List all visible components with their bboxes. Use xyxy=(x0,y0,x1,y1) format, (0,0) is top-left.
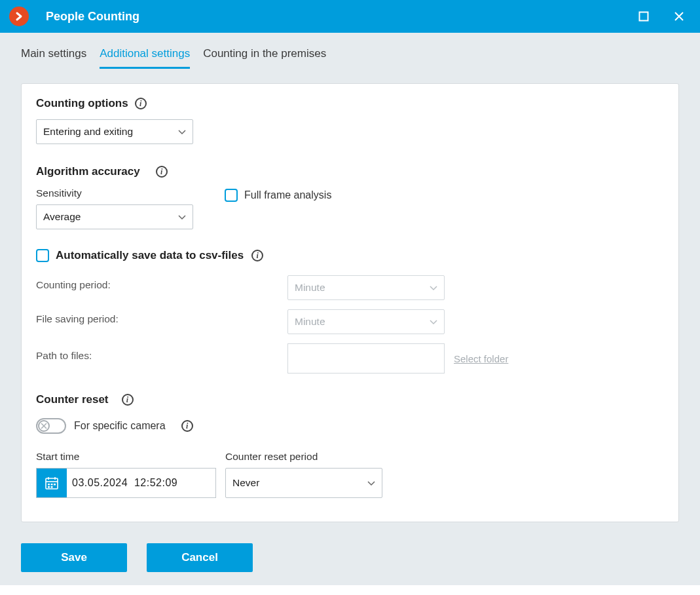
full-frame-checkbox[interactable] xyxy=(225,189,238,202)
sensitivity-select[interactable]: Average xyxy=(36,204,193,229)
csv-autosave-label: Automatically save data to csv-files xyxy=(56,249,244,262)
file-saving-period-label: File saving period: xyxy=(36,313,278,325)
svg-rect-9 xyxy=(51,486,53,488)
svg-rect-7 xyxy=(54,484,56,486)
svg-rect-5 xyxy=(48,484,50,486)
cancel-button[interactable]: Cancel xyxy=(147,543,253,572)
algorithm-accuracy-label: Algorithm accuracy xyxy=(36,165,140,178)
counter-reset-label: Counter reset xyxy=(36,393,109,406)
file-saving-period-select: Minute xyxy=(287,309,445,334)
counting-options-label: Counting options xyxy=(36,97,128,110)
info-icon[interactable]: i xyxy=(135,98,147,109)
svg-rect-6 xyxy=(51,484,53,486)
settings-panel: Counting options i Entering and exiting … xyxy=(21,83,679,522)
select-folder-link: Select folder xyxy=(454,353,508,364)
counter-reset-heading: Counter reset i xyxy=(36,393,664,406)
body-area: Main settings Additional settings Counti… xyxy=(0,33,700,585)
counter-reset-period-select[interactable]: Never xyxy=(225,468,382,498)
calendar-button[interactable] xyxy=(37,469,67,497)
chevron-down-icon xyxy=(430,282,437,294)
toggle-knob-icon xyxy=(38,420,50,432)
close-button[interactable] xyxy=(672,10,686,23)
svg-rect-0 xyxy=(640,12,648,21)
info-icon[interactable]: i xyxy=(156,166,168,178)
chevron-down-icon xyxy=(178,211,186,223)
counting-period-value: Minute xyxy=(295,282,325,294)
file-saving-period-value: Minute xyxy=(295,316,325,328)
full-frame-label: Full frame analysis xyxy=(244,189,331,201)
counting-period-label: Counting period: xyxy=(36,279,278,291)
for-specific-camera-label: For specific camera xyxy=(74,420,166,432)
info-icon[interactable]: i xyxy=(251,250,263,261)
counter-reset-period-value: Never xyxy=(232,477,259,489)
window-title: People Counting xyxy=(46,10,637,24)
sensitivity-label: Sensitivity xyxy=(36,187,225,199)
chevron-down-icon xyxy=(367,477,375,489)
app-logo-icon xyxy=(9,7,29,26)
start-time-label: Start time xyxy=(36,451,216,463)
for-specific-camera-toggle[interactable] xyxy=(36,418,66,434)
path-to-files-label: Path to files: xyxy=(36,350,278,362)
tabs: Main settings Additional settings Counti… xyxy=(0,33,700,69)
counting-period-select: Minute xyxy=(287,275,445,300)
window-controls xyxy=(637,10,686,23)
info-icon[interactable]: i xyxy=(181,420,193,432)
path-to-files-input xyxy=(287,343,445,374)
footer-buttons: Save Cancel xyxy=(0,522,700,572)
start-time-value: 03.05.2024 12:52:09 xyxy=(67,469,215,497)
svg-rect-8 xyxy=(48,486,50,488)
counting-options-select[interactable]: Entering and exiting xyxy=(36,119,193,144)
chevron-down-icon xyxy=(178,126,186,138)
titlebar: People Counting xyxy=(0,0,700,33)
counter-reset-period-label: Counter reset period xyxy=(225,451,382,463)
info-icon[interactable]: i xyxy=(122,394,134,406)
counting-options-heading: Counting options i xyxy=(36,97,664,110)
algorithm-accuracy-heading: Algorithm accuracy i xyxy=(36,165,664,178)
save-button[interactable]: Save xyxy=(21,543,127,572)
start-time-input[interactable]: 03.05.2024 12:52:09 xyxy=(36,468,216,498)
counting-options-value: Entering and exiting xyxy=(43,126,133,138)
tab-counting-premises[interactable]: Counting in the premises xyxy=(203,47,326,69)
maximize-button[interactable] xyxy=(637,10,650,23)
tab-main-settings[interactable]: Main settings xyxy=(21,47,86,69)
chevron-down-icon xyxy=(430,316,437,328)
sensitivity-value: Average xyxy=(43,211,81,223)
tab-additional-settings[interactable]: Additional settings xyxy=(100,47,190,69)
calendar-icon xyxy=(44,475,60,491)
csv-autosave-checkbox[interactable] xyxy=(36,249,49,262)
